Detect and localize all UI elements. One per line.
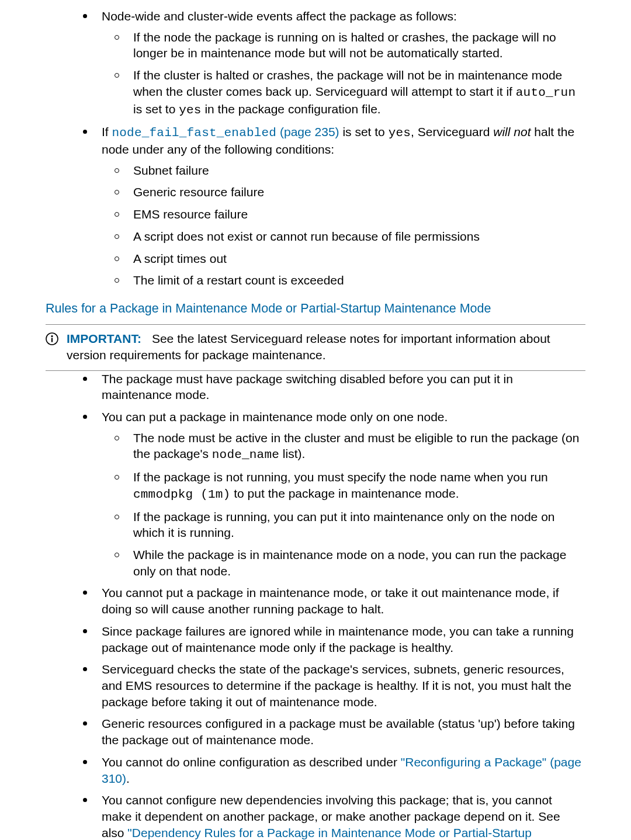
text: The node must be active in the cluster a… [133, 431, 579, 461]
important-label: IMPORTANT: [67, 332, 141, 345]
text: The limit of a restart count is exceeded [133, 273, 344, 287]
list-item: The limit of a restart count is exceeded [102, 272, 585, 289]
code-text: cmmodpkg (1m) [133, 488, 230, 501]
text: If [102, 125, 112, 138]
text: You can put a package in maintenance mod… [102, 410, 448, 424]
list-item: A script does not exist or cannot run be… [102, 228, 585, 245]
code-text: auto_run [516, 86, 575, 99]
text: to put the package in maintenance mode. [230, 487, 459, 500]
code-text: node_name [212, 448, 279, 461]
list-item: If the package is not running, you must … [102, 469, 585, 502]
text: is set to [339, 125, 389, 138]
list-item: You cannot put a package in maintenance … [70, 585, 585, 617]
text: , Serviceguard [411, 125, 493, 138]
cross-ref-link[interactable]: node_fail_fast_enabled (page 235) [112, 125, 339, 138]
text: Generic resource failure [133, 185, 264, 199]
list-item: If the node the package is running on is… [102, 29, 585, 61]
text: Generic resources configured in a packag… [102, 717, 575, 747]
list-item: You cannot do online configuration as de… [70, 754, 585, 786]
sub-list: If the node the package is running on is… [102, 29, 585, 119]
text: A script does not exist or cannot run be… [133, 230, 480, 243]
top-list: Node-wide and cluster-wide events affect… [70, 8, 585, 289]
text: Node-wide and cluster-wide events affect… [102, 9, 457, 23]
code-text: yes [389, 126, 411, 140]
sub-list: Subnet failure Generic resource failure … [102, 162, 585, 289]
list-item: Node-wide and cluster-wide events affect… [70, 8, 585, 118]
text: You cannot do online configuration as de… [102, 755, 401, 769]
important-text: IMPORTANT:See the latest Serviceguard re… [67, 331, 585, 363]
code-text: node_fail_fast_enabled [112, 126, 277, 140]
text: Serviceguard checks the state of the pac… [102, 662, 571, 708]
list-item: EMS resource failure [102, 206, 585, 223]
list-item: Generic resource failure [102, 184, 585, 200]
text: While the package is in maintenance mode… [133, 548, 566, 578]
emphasis: will not [493, 125, 531, 138]
text: If the package is not running, you must … [133, 470, 548, 484]
text: is set to [133, 102, 179, 116]
list-item: Generic resources configured in a packag… [70, 716, 585, 748]
list-item: You can put a package in maintenance mod… [70, 409, 585, 579]
info-icon [46, 332, 67, 348]
list-item: A script times out [102, 251, 585, 267]
list-item: If the package is running, you can put i… [102, 509, 585, 541]
text: (page 235) [276, 125, 339, 138]
text: . [126, 772, 130, 785]
text: If the node the package is running on is… [133, 30, 556, 60]
text: EMS resource failure [133, 207, 248, 221]
page: Node-wide and cluster-wide events affect… [0, 0, 631, 840]
text: A script times out [133, 252, 227, 265]
rules-list: The package must have package switching … [70, 371, 585, 841]
text: You cannot put a package in maintenance … [102, 586, 559, 616]
important-note: IMPORTANT:See the latest Serviceguard re… [46, 324, 585, 370]
list-item: While the package is in maintenance mode… [102, 547, 585, 579]
text: Since package failures are ignored while… [102, 624, 574, 654]
list-item: You cannot configure new dependencies in… [70, 792, 585, 840]
code-text: yes [179, 103, 201, 117]
svg-rect-2 [51, 338, 53, 342]
cross-ref-link[interactable]: "Dependency Rules for a Package in Maint… [102, 826, 532, 840]
list-item: The package must have package switching … [70, 371, 585, 403]
text: If the cluster is halted or crashes, the… [133, 68, 562, 98]
text: The package must have package switching … [102, 372, 513, 402]
list-item: If node_fail_fast_enabled (page 235) is … [70, 124, 585, 289]
section-heading: Rules for a Package in Maintenance Mode … [46, 301, 585, 316]
list-item: Serviceguard checks the state of the pac… [70, 661, 585, 710]
svg-rect-1 [51, 335, 53, 337]
sub-list: The node must be active in the cluster a… [102, 430, 585, 579]
list-item: Subnet failure [102, 162, 585, 179]
text: in the package configuration file. [202, 102, 381, 116]
text: list). [279, 447, 305, 460]
list-item: If the cluster is halted or crashes, the… [102, 67, 585, 118]
text: If the package is running, you can put i… [133, 510, 555, 540]
list-item: Since package failures are ignored while… [70, 623, 585, 655]
text: Subnet failure [133, 164, 209, 177]
list-item: The node must be active in the cluster a… [102, 430, 585, 463]
